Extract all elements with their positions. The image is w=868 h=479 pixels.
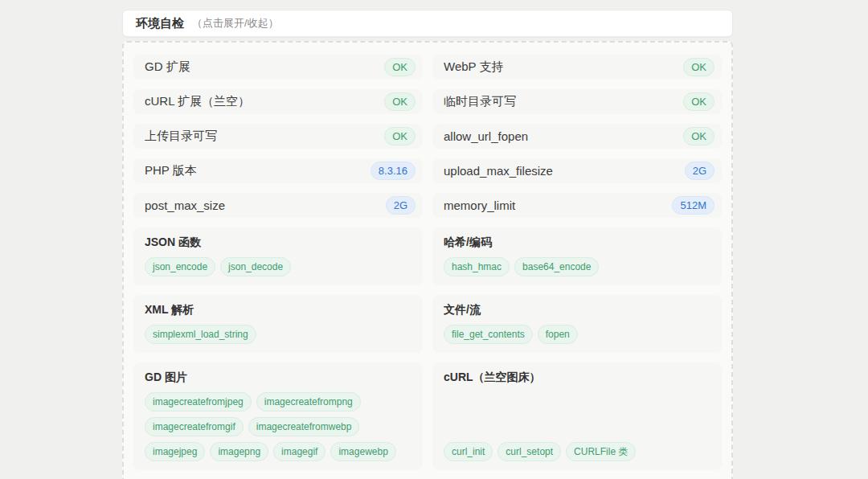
check-status-badge: 8.3.16 — [371, 162, 416, 180]
check-item: cURL 扩展（兰空） OK — [133, 89, 423, 114]
capability-section: JSON 函数 json_encodejson_decode — [133, 227, 423, 285]
page-title: 环境自检 — [136, 16, 184, 31]
check-status-badge: 512M — [672, 196, 714, 215]
env-check-widget: 环境自检 （点击展开/收起） GD 扩展 OK WebP 支持 OK cURL … — [122, 0, 733, 479]
check-item: PHP 版本 8.3.16 — [133, 158, 423, 183]
check-item: upload_max_filesize 2G — [432, 158, 722, 183]
check-status-badge: OK — [384, 92, 416, 111]
capability-tag: base64_encode — [514, 257, 599, 276]
capability-tag: json_decode — [220, 257, 291, 276]
check-label: upload_max_filesize — [444, 164, 553, 178]
capability-tag: imagecreatefromwebp — [248, 417, 360, 436]
check-status-badge: OK — [683, 58, 714, 76]
check-label: memory_limit — [444, 199, 515, 212]
check-status-badge: 2G — [685, 162, 714, 180]
capability-section: cURL（兰空图床） curl_initcurl_setoptCURLFile … — [432, 362, 722, 470]
capability-tag: curl_setopt — [497, 442, 561, 461]
capability-tag: imagecreatefrompng — [256, 392, 361, 411]
capability-tag: CURLFile 类 — [566, 442, 636, 461]
tag-list: simplexml_load_string — [145, 325, 411, 344]
tag-list: json_encodejson_decode — [145, 257, 411, 276]
section-title: 文件/流 — [444, 303, 710, 317]
env-check-panel: GD 扩展 OK WebP 支持 OK cURL 扩展（兰空） OK 临时目录可… — [122, 41, 733, 479]
tag-list: file_get_contentsfopen — [444, 325, 710, 344]
env-check-header[interactable]: 环境自检 （点击展开/收起） — [122, 10, 733, 37]
capability-tag: file_get_contents — [444, 325, 533, 344]
check-label: WebP 支持 — [444, 59, 503, 75]
capability-tag: imagegif — [273, 442, 326, 461]
check-status-badge: OK — [683, 92, 714, 111]
tag-list: curl_initcurl_setoptCURLFile 类 — [444, 442, 710, 461]
check-item: allow_url_fopen OK — [432, 124, 722, 149]
section-title: JSON 函数 — [145, 235, 411, 250]
check-label: PHP 版本 — [145, 163, 197, 178]
checks-grid: GD 扩展 OK WebP 支持 OK cURL 扩展（兰空） OK 临时目录可… — [133, 55, 722, 218]
check-label: post_max_size — [145, 199, 225, 212]
check-item: memory_limit 512M — [432, 193, 722, 218]
capability-section: 文件/流 file_get_contentsfopen — [432, 295, 722, 353]
check-status-badge: OK — [683, 127, 714, 145]
capability-tag: hash_hmac — [444, 257, 510, 276]
capability-section: GD 图片 imagecreatefromjpegimagecreatefrom… — [133, 362, 423, 470]
capability-tag: json_encode — [145, 257, 215, 276]
capability-section: 哈希/编码 hash_hmacbase64_encode — [432, 227, 722, 285]
check-status-badge: OK — [384, 58, 416, 76]
section-title: GD 图片 — [145, 371, 411, 385]
check-item: WebP 支持 OK — [432, 55, 722, 80]
check-status-badge: 2G — [386, 196, 416, 215]
sections-grid: JSON 函数 json_encodejson_decode 哈希/编码 has… — [133, 227, 722, 470]
check-item: post_max_size 2G — [133, 193, 423, 218]
section-title: XML 解析 — [145, 303, 411, 317]
capability-tag: imagepng — [210, 442, 268, 461]
capability-tag: curl_init — [444, 442, 493, 461]
capability-section: XML 解析 simplexml_load_string — [133, 295, 423, 353]
capability-tag: imagewebp — [330, 442, 395, 461]
check-item: 临时目录可写 OK — [432, 89, 722, 114]
section-title: cURL（兰空图床） — [444, 371, 710, 385]
check-label: 临时目录可写 — [444, 94, 516, 109]
check-label: GD 扩展 — [145, 59, 190, 75]
check-item: 上传目录可写 OK — [133, 124, 423, 149]
capability-tag: imagejpeg — [145, 442, 205, 461]
check-status-badge: OK — [384, 127, 416, 145]
check-label: allow_url_fopen — [444, 129, 528, 143]
capability-tag: imagecreatefromgif — [145, 417, 244, 436]
tag-list: imagecreatefromjpegimagecreatefrompngima… — [145, 392, 411, 461]
toggle-hint: （点击展开/收起） — [192, 16, 279, 31]
capability-tag: imagecreatefromjpeg — [145, 392, 252, 411]
tag-list: hash_hmacbase64_encode — [444, 257, 710, 276]
section-title: 哈希/编码 — [444, 235, 710, 250]
check-label: 上传目录可写 — [145, 129, 217, 144]
check-label: cURL 扩展（兰空） — [145, 94, 250, 109]
capability-tag: fopen — [538, 325, 578, 344]
check-item: GD 扩展 OK — [133, 55, 423, 80]
capability-tag: simplexml_load_string — [145, 325, 256, 344]
